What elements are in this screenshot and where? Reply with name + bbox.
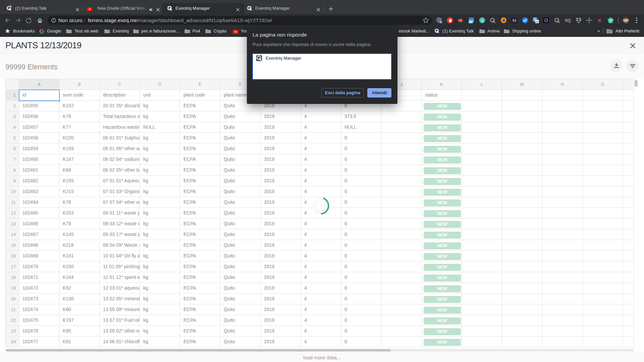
svg-text:2d: 2d — [469, 20, 472, 23]
svg-text:a: a — [481, 18, 483, 23]
svg-text:x: x — [440, 21, 441, 23]
